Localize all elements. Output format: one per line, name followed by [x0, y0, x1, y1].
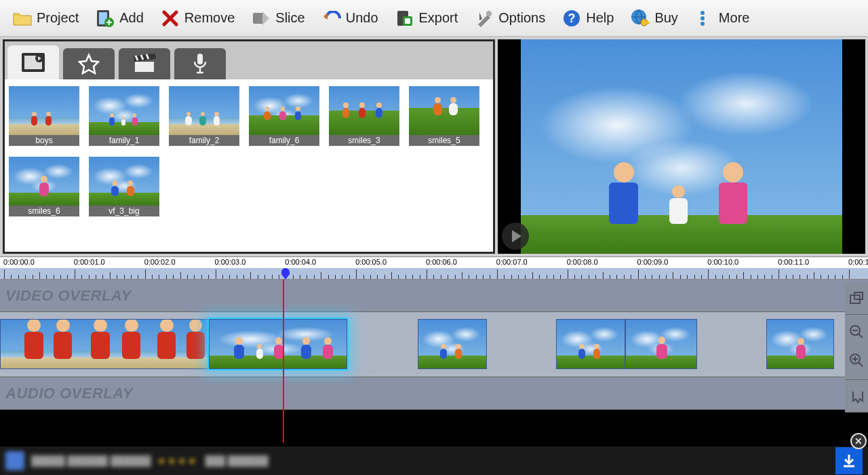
folder-icon — [12, 8, 33, 28]
buy-label: Buy — [654, 10, 677, 26]
bin-tab-clapper[interactable] — [119, 48, 170, 79]
ruler-label: 0:00:09.0 — [637, 258, 669, 266]
clip-item[interactable]: vf_3_big — [89, 157, 159, 216]
clip-item[interactable]: family_2 — [169, 86, 239, 146]
ad-blurred-content: █████ ██████ ██████★★★★███ ██████ — [5, 451, 269, 470]
tools-icon — [474, 8, 494, 28]
timeline-ruler[interactable]: 0:00:00.00:00:01.00:00:02.00:00:03.00:00… — [0, 256, 868, 280]
svg-point-13 — [701, 16, 705, 20]
ruler-label: 0:00:06.0 — [426, 258, 457, 266]
project-button[interactable]: Project — [4, 5, 87, 31]
clip-label: family_6 — [249, 135, 319, 146]
clip-item[interactable]: smiles_5 — [409, 86, 479, 146]
ruler-label: 0:00:08.0 — [567, 258, 598, 266]
globe-key-icon — [630, 8, 650, 28]
remove-label: Remove — [184, 10, 235, 26]
clip-label: smiles_6 — [9, 206, 79, 216]
zoom-out-button[interactable] — [849, 324, 864, 342]
timeline-clip[interactable] — [556, 319, 625, 369]
timeline-clip[interactable] — [625, 319, 697, 369]
svg-rect-20 — [197, 54, 203, 64]
bin-tab-mic[interactable] — [174, 48, 226, 79]
ruler-label: 0:00:05.0 — [355, 258, 387, 266]
ruler-label: 0:00:07.0 — [496, 258, 528, 266]
svg-point-12 — [701, 11, 705, 15]
undo-button[interactable]: Undo — [313, 5, 387, 31]
undo-label: Undo — [346, 10, 378, 26]
help-icon: ? — [561, 8, 582, 28]
audio-toggle-button[interactable] — [845, 380, 868, 413]
zoom-tools — [845, 315, 868, 380]
svg-point-6 — [486, 11, 492, 16]
bin-tab-favorites[interactable] — [63, 48, 115, 79]
help-button[interactable]: ? Help — [553, 5, 622, 31]
clip-label: boys — [9, 135, 79, 146]
main-toolbar: Project Add Remove Slice Undo Export Opt… — [0, 0, 868, 37]
download-button[interactable] — [835, 447, 863, 474]
export-button[interactable]: Export — [387, 5, 467, 31]
more-dots-icon — [694, 8, 715, 28]
ruler-label: 0:00:00.0 — [3, 258, 35, 266]
timeline: 0:00:00.00:00:01.00:00:02.00:00:03.00:00… — [0, 256, 868, 410]
timeline-clip[interactable] — [766, 319, 834, 369]
clip-item[interactable]: family_6 — [249, 86, 319, 146]
media-bin: boys family_1 family_2 family_6 smiles_3 — [3, 39, 495, 254]
remove-x-icon — [160, 8, 180, 28]
ruler-label: 0:00:02.0 — [144, 258, 176, 266]
clip-item[interactable]: smiles_6 — [9, 157, 79, 216]
timeline-clip[interactable] — [209, 319, 347, 369]
help-label: Help — [586, 10, 614, 26]
audio-overlay-label: AUDIO OVERLAY — [5, 385, 133, 402]
playhead-line — [283, 280, 284, 442]
middle-pane: boys family_1 family_2 family_6 smiles_3 — [0, 37, 868, 256]
clip-item[interactable]: smiles_3 — [329, 86, 399, 146]
clip-label: family_2 — [169, 135, 239, 146]
playhead-marker[interactable] — [279, 268, 292, 280]
clip-label: family_1 — [89, 135, 159, 146]
video-overlay-track-header: VIDEO OVERLAY — [0, 280, 868, 312]
svg-text:?: ? — [568, 12, 576, 25]
ruler-label: 0:00:03.0 — [215, 258, 246, 266]
more-button[interactable]: More — [686, 5, 758, 31]
slice-icon — [251, 8, 271, 28]
bin-tab-media[interactable] — [7, 45, 59, 79]
ruler-label: 0:00:01.0 — [74, 258, 105, 266]
close-ad-button[interactable]: ✕ — [850, 433, 867, 449]
slice-button[interactable]: Slice — [243, 5, 313, 31]
svg-rect-3 — [253, 13, 264, 24]
bin-body: boys family_1 family_2 family_6 smiles_3 — [5, 79, 493, 252]
more-label: More — [719, 10, 750, 26]
ruler-label: 0:00:04.0 — [285, 258, 316, 266]
svg-rect-18 — [135, 62, 154, 72]
ruler-label: 0:00:10.0 — [707, 258, 738, 266]
ruler-label: 0:00:12.0 — [848, 258, 868, 266]
svg-rect-11 — [646, 22, 650, 24]
undo-icon — [321, 8, 342, 28]
zoom-in-button[interactable] — [849, 353, 864, 370]
clip-label: smiles_5 — [409, 135, 479, 146]
slice-label: Slice — [275, 10, 304, 26]
clip-label: vf_3_big — [89, 206, 159, 216]
clip-item[interactable]: family_1 — [89, 86, 159, 146]
options-label: Options — [498, 10, 545, 26]
ruler-label: 0:00:11.0 — [778, 258, 809, 266]
audio-overlay-track-header: AUDIO OVERLAY — [0, 377, 868, 410]
video-track[interactable] — [0, 312, 868, 377]
export-icon — [395, 8, 415, 28]
bin-tabs — [5, 41, 493, 79]
timeline-clip[interactable] — [418, 319, 487, 369]
clip-item[interactable]: boys — [9, 86, 79, 146]
svg-point-14 — [701, 22, 705, 26]
remove-button[interactable]: Remove — [152, 5, 243, 31]
add-button[interactable]: Add — [87, 5, 152, 31]
buy-button[interactable]: Buy — [622, 5, 686, 31]
film-plus-icon — [95, 8, 115, 28]
options-button[interactable]: Options — [466, 5, 553, 31]
timeline-clip[interactable] — [0, 319, 209, 369]
add-label: Add — [119, 10, 144, 26]
play-button[interactable] — [502, 223, 529, 250]
preview-frame — [521, 39, 842, 254]
overlay-toggle-button[interactable] — [845, 282, 868, 315]
project-label: Project — [37, 10, 79, 26]
export-label: Export — [419, 10, 458, 26]
